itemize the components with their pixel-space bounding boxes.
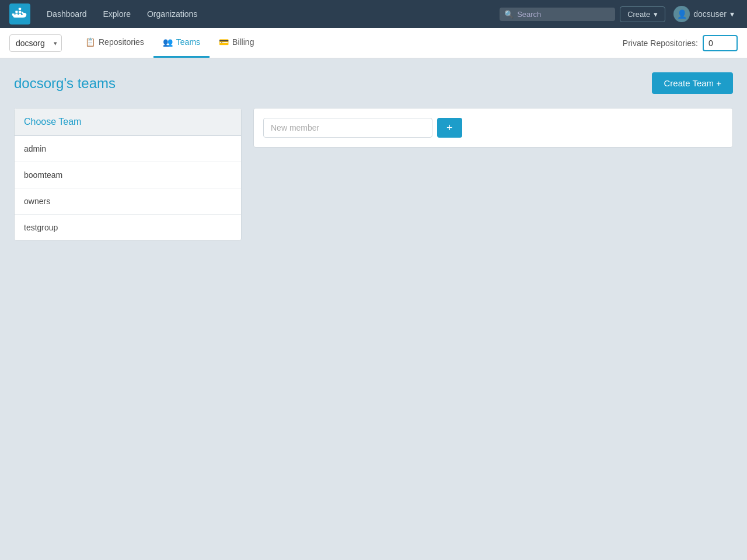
private-repos: Private Repositories: — [623, 35, 738, 51]
username: docsuser — [693, 9, 727, 19]
tab-teams[interactable]: 👥 Teams — [153, 28, 210, 58]
nav-organizations[interactable]: Organizations — [140, 0, 204, 28]
search-input[interactable] — [517, 10, 610, 19]
new-member-panel: + — [253, 108, 733, 148]
repository-icon: 📋 — [85, 37, 95, 47]
docker-logo — [9, 4, 30, 24]
team-list-panel: Choose Team admin boomteam owners testgr… — [14, 108, 242, 241]
right-panel: + — [253, 108, 733, 148]
create-team-button[interactable]: Create Team + — [652, 72, 733, 94]
page-header: docsorg's teams Create Team + — [14, 72, 733, 94]
navbar-right: 🔍 Create ▾ 👤 docsuser ▾ — [500, 6, 738, 22]
teams-layout: Choose Team admin boomteam owners testgr… — [14, 108, 733, 241]
list-item[interactable]: admin — [15, 136, 241, 162]
sub-navbar: docsorg ▾ 📋 Repositories 👥 Teams 💳 Billi… — [0, 28, 747, 58]
svg-rect-5 — [19, 8, 21, 10]
user-menu[interactable]: 👤 docsuser ▾ — [670, 6, 738, 22]
list-item[interactable]: boomteam — [15, 162, 241, 188]
nav-links: Dashboard Explore Organizations — [40, 0, 204, 28]
main-navbar: Dashboard Explore Organizations 🔍 Create… — [0, 0, 747, 28]
nav-dashboard[interactable]: Dashboard — [40, 0, 94, 28]
list-item[interactable]: testgroup — [15, 215, 241, 240]
new-member-input[interactable] — [263, 118, 432, 138]
tab-billing[interactable]: 💳 Billing — [210, 28, 263, 58]
add-member-button[interactable]: + — [437, 118, 462, 138]
private-repos-label: Private Repositories: — [623, 38, 698, 48]
tab-repositories[interactable]: 📋 Repositories — [76, 28, 153, 58]
create-button[interactable]: Create ▾ — [620, 6, 665, 22]
teams-icon: 👥 — [163, 37, 173, 47]
page-title: docsorg's teams — [14, 75, 116, 92]
create-chevron-icon: ▾ — [654, 10, 658, 19]
search-icon: 🔍 — [504, 10, 514, 19]
org-select[interactable]: docsorg — [9, 34, 62, 52]
svg-rect-4 — [19, 10, 21, 13]
page-content: docsorg's teams Create Team + Choose Tea… — [0, 58, 747, 255]
svg-rect-3 — [15, 10, 18, 13]
org-select-wrapper[interactable]: docsorg ▾ — [9, 34, 62, 52]
user-chevron-icon: ▾ — [730, 9, 734, 19]
avatar: 👤 — [673, 6, 690, 22]
search-box[interactable]: 🔍 — [500, 8, 615, 21]
nav-explore[interactable]: Explore — [96, 0, 138, 28]
team-list-header: Choose Team — [15, 108, 241, 136]
list-item[interactable]: owners — [15, 188, 241, 215]
sub-nav-links: 📋 Repositories 👥 Teams 💳 Billing — [76, 28, 263, 58]
create-label: Create — [627, 10, 650, 19]
private-repos-input[interactable] — [703, 35, 738, 51]
billing-icon: 💳 — [219, 37, 229, 47]
brand[interactable] — [9, 4, 30, 24]
